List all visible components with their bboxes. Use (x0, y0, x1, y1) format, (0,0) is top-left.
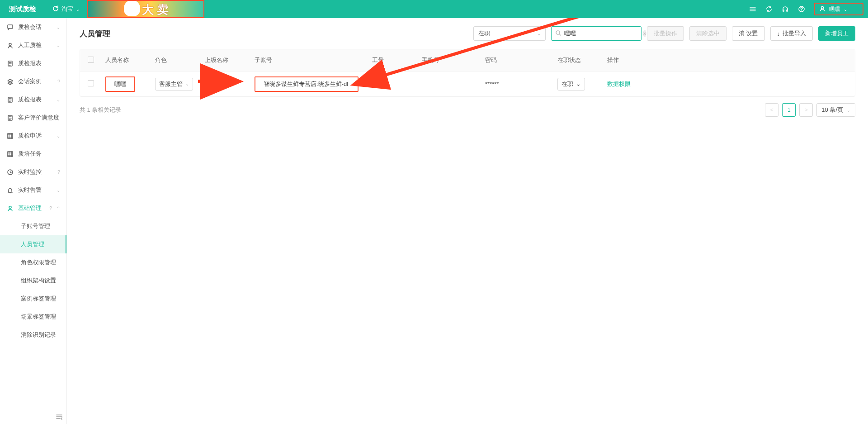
chevron-icon (57, 25, 60, 30)
sidebar-subitem[interactable]: 消除识别记录 (0, 326, 66, 344)
svg-point-1 (821, 6, 824, 9)
doc-icon (6, 114, 14, 121)
sidebar: 质检会话人工质检质检报表会话案例?质检报表客户评价满意度质检申诉质培任务实时监控… (0, 18, 67, 424)
clear-search-icon[interactable]: ✕ (643, 30, 646, 37)
sidebar-subitem[interactable]: 人员管理 (0, 235, 66, 253)
help-icon[interactable] (797, 5, 806, 13)
select-all-cell[interactable] (80, 57, 102, 64)
sidebar-item[interactable]: 实时监控? (0, 163, 66, 181)
chevron-down-icon: ⌄ (847, 108, 850, 113)
chevron-down-icon: ⌄ (76, 7, 80, 12)
sidebar-item-label: 质检申诉 (18, 132, 52, 140)
page-size-label: 10 条/页 (821, 106, 843, 114)
sidebar-subitem[interactable]: 案例标签管理 (0, 290, 66, 308)
sidebar-item[interactable]: 实时告警 (0, 181, 66, 199)
column-header: 角色 (151, 56, 201, 64)
sidebar-item[interactable]: 质培任务 (0, 145, 66, 163)
user-name: 嘿嘿 (829, 5, 840, 13)
sidebar-item[interactable]: 质检申诉 (0, 127, 66, 145)
clock-icon (6, 169, 14, 176)
svg-point-3 (9, 43, 11, 45)
table-row: 嘿嘿客服主管⌄智晓多谋生鲜专营店:晓多生鲜-dl******在职⌄数据权限 (80, 71, 855, 96)
sidebar-item-label: 实时告警 (18, 186, 52, 194)
doc-icon (6, 60, 14, 67)
sidebar-item-label: 质检会话 (18, 23, 52, 31)
sidebar-item-label: 实时监控 (18, 168, 52, 176)
prev-page-button[interactable]: < (765, 103, 778, 117)
chevron-icon (57, 43, 60, 48)
help-hint-icon: ? (57, 79, 60, 84)
total-records-text: 共 1 条相关记录 (80, 106, 121, 114)
svg-rect-8 (8, 152, 13, 157)
banner-text: 大 卖 (142, 2, 169, 18)
frame-icon (6, 133, 14, 139)
sidebar-item-label: 质检报表 (18, 59, 60, 67)
menu-icon[interactable] (749, 5, 757, 13)
add-employee-button[interactable]: 新增员工 (818, 26, 855, 41)
platform-selector[interactable]: 淘宝 ⌄ (45, 5, 87, 13)
help-hint-icon: ? (57, 169, 60, 175)
batch-operate-button[interactable]: 批量操作 (647, 26, 684, 41)
sidebar-item[interactable]: 人工质检 (0, 36, 66, 54)
row-status-select[interactable]: 在职⌄ (557, 78, 585, 91)
sidebar-item[interactable]: 质检报表 (0, 54, 66, 72)
headset-icon[interactable] (781, 5, 789, 13)
clear-selection-button[interactable]: 清除选中 (689, 26, 726, 41)
collapse-sidebar-icon[interactable] (56, 414, 63, 421)
sidebar-subitem[interactable]: 场景标签管理 (0, 308, 66, 326)
bell-icon (6, 187, 14, 194)
page-size-select[interactable]: 10 条/页 ⌄ (816, 103, 855, 117)
page-title: 人员管理 (80, 29, 110, 39)
chevron-down-icon: ⌄ (185, 81, 189, 86)
refresh-icon (52, 5, 59, 13)
pagination: < 1 > 10 条/页 ⌄ (765, 103, 855, 117)
chevron-icon (57, 206, 60, 211)
column-header: 操作 (604, 56, 658, 64)
sidebar-item[interactable]: 质检会话 (0, 18, 66, 36)
svg-rect-2 (8, 25, 13, 29)
column-header: 工号 (368, 56, 418, 64)
column-header: 密码 (481, 56, 554, 64)
sidebar-item-label: 质检报表 (18, 95, 52, 104)
sidebar-subitem[interactable]: 子账号管理 (0, 217, 66, 235)
user-menu[interactable]: 嘿嘿 ⌄ (814, 3, 863, 15)
sidebar-item[interactable]: 质检报表 (0, 91, 66, 109)
svg-point-10 (9, 206, 11, 208)
app-title: 测试质检 (0, 5, 45, 14)
batch-import-button[interactable]: ↓ 批量导入 (770, 26, 813, 41)
employee-name-cell: 嘿嘿 (105, 76, 135, 92)
column-header: 手机号 (418, 56, 481, 64)
sidebar-item[interactable]: 基础管理? (0, 199, 66, 217)
sub-account-cell: 智晓多谋生鲜专营店:晓多生鲜-dl (255, 76, 359, 92)
sync-icon[interactable] (765, 5, 773, 13)
sidebar-item-label: 人工质检 (18, 41, 52, 49)
chevron-icon (57, 97, 60, 102)
sidebar-item-label: 会话案例 (18, 77, 52, 86)
select-all-checkbox[interactable] (88, 57, 94, 63)
status-filter-select[interactable]: 在职 ⌄ (473, 26, 546, 41)
page-number-button[interactable]: 1 (782, 103, 796, 117)
promo-banner[interactable]: 大 卖 (87, 0, 204, 18)
sidebar-item[interactable]: 客户评价满意度 (0, 109, 66, 127)
data-permission-link[interactable]: 数据权限 (607, 81, 631, 87)
page-header: 人员管理 在职 ⌄ ✕ 批量操作 清除选中 消 设置 ↓ 批量导入 新增员工 (80, 26, 855, 41)
chevron-down-icon: ⌄ (844, 7, 847, 12)
user-icon (6, 205, 14, 212)
sidebar-subitem[interactable]: 组织架构设置 (0, 272, 66, 290)
chat-icon (6, 24, 14, 31)
doc-icon (6, 96, 14, 103)
user-icon (6, 42, 14, 49)
role-select[interactable]: 客服主管⌄ (155, 78, 193, 91)
chevron-down-icon: ⌄ (576, 81, 581, 87)
sidebar-subitem[interactable]: 角色权限管理 (0, 253, 66, 272)
role-value: 客服主管 (159, 80, 183, 88)
row-status-value: 在职 (561, 80, 573, 88)
search-box[interactable]: ✕ (551, 26, 642, 41)
row-checkbox[interactable] (88, 80, 94, 86)
employee-table: 人员名称角色上级名称子账号工号手机号密码在职状态操作 嘿嘿客服主管⌄智晓多谋生鲜… (80, 49, 855, 97)
next-page-button[interactable]: > (799, 103, 813, 117)
reset-settings-button[interactable]: 消 设置 (732, 26, 765, 41)
topbar: 测试质检 淘宝 ⌄ 大 卖 嘿嘿 ⌄ (0, 0, 868, 18)
search-input[interactable] (564, 30, 640, 37)
sidebar-item[interactable]: 会话案例? (0, 72, 66, 91)
